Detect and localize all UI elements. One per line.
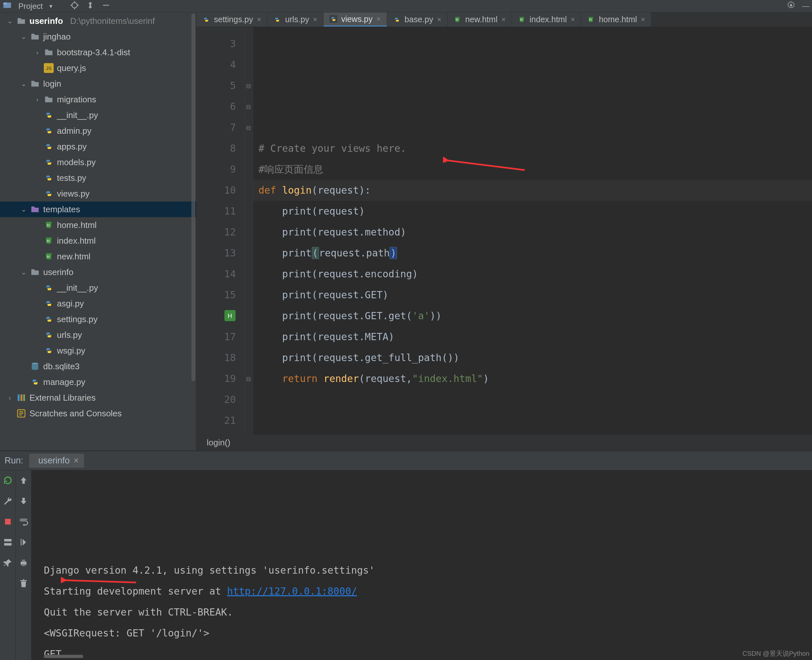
tree-item[interactable]: ·models.py: [0, 154, 196, 170]
chevron-right-icon[interactable]: ›: [34, 96, 41, 103]
chevron-down-icon[interactable]: ⌄: [20, 80, 27, 88]
expand-icon[interactable]: [86, 1, 95, 12]
scroll-end-icon[interactable]: [19, 537, 29, 549]
tree-item-label: urls.py: [57, 330, 82, 340]
tree-item[interactable]: ·db.sqlite3: [0, 359, 196, 374]
tree-item[interactable]: ·Hindex.html: [0, 233, 196, 249]
tree-item[interactable]: ·__init__.py: [0, 280, 196, 296]
rerun-icon[interactable]: [3, 476, 13, 488]
chevron-down-icon[interactable]: ⌄: [20, 205, 27, 213]
softwrap-icon[interactable]: [19, 517, 29, 529]
gear-icon[interactable]: [787, 1, 796, 12]
down-icon[interactable]: [19, 496, 29, 508]
tree-item[interactable]: ·asgi.py: [0, 296, 196, 311]
run-tab[interactable]: dj userinfo ×: [29, 454, 84, 468]
svg-rect-32: [23, 394, 25, 401]
tree-item[interactable]: ⌄userinfoD:\pythonitems\userinf: [0, 13, 196, 29]
editor-tabs: settings.py×urls.py×views.py×base.py×Hne…: [196, 13, 812, 27]
close-icon[interactable]: ×: [257, 15, 261, 24]
svg-rect-35: [273, 16, 281, 24]
tree-item[interactable]: ⌄userinfo: [0, 264, 196, 280]
code-area[interactable]: # Create your views here.#响应页面信息def logi…: [253, 27, 812, 435]
close-icon[interactable]: ×: [313, 15, 317, 24]
server-link[interactable]: http://127.0.0.1:8000/: [227, 585, 357, 597]
console-h-scrollbar[interactable]: [44, 655, 83, 658]
stop-icon[interactable]: [3, 517, 13, 529]
chevron-right-icon[interactable]: ›: [34, 49, 41, 56]
gutter-html-icon[interactable]: H: [224, 310, 235, 324]
tree-item[interactable]: ·Hnew.html: [0, 249, 196, 264]
pin-icon[interactable]: [3, 558, 13, 570]
tree-item[interactable]: ·urls.py: [0, 327, 196, 343]
tree-item[interactable]: ·__init__.py: [0, 107, 196, 123]
close-icon[interactable]: ×: [571, 15, 575, 24]
svg-rect-12: [44, 126, 54, 136]
py-icon: [30, 377, 40, 387]
tree-item[interactable]: ·settings.py: [0, 311, 196, 327]
tree-item[interactable]: ·views.py: [0, 186, 196, 201]
py-icon: [44, 283, 54, 293]
tree-item[interactable]: ⌄templates: [0, 201, 196, 217]
tree-item[interactable]: ·admin.py: [0, 123, 196, 139]
chevron-right-icon[interactable]: ›: [6, 394, 13, 401]
chevron-down-icon[interactable]: ▾: [49, 3, 52, 10]
console-line: Django version 4.2.1, using settings 'us…: [44, 560, 812, 581]
tree-item[interactable]: ›bootstrap-3.4.1-dist: [0, 44, 196, 60]
folder-icon: [30, 32, 40, 41]
layout-icon[interactable]: [3, 537, 13, 549]
fold-toggle-icon[interactable]: ⊟: [246, 82, 252, 88]
print-icon[interactable]: [19, 558, 29, 570]
tree-item[interactable]: ·Hhome.html: [0, 217, 196, 233]
trash-icon[interactable]: [19, 579, 29, 591]
editor-tab[interactable]: base.py×: [387, 13, 448, 27]
collapse-icon[interactable]: [102, 1, 111, 12]
project-label[interactable]: Project: [18, 2, 43, 11]
editor-tab[interactable]: views.py×: [324, 13, 387, 27]
run-console[interactable]: Django version 4.2.1, using settings 'us…: [32, 470, 812, 660]
svg-text:H: H: [47, 254, 50, 259]
close-icon[interactable]: ×: [641, 15, 645, 24]
close-icon[interactable]: ×: [437, 15, 441, 24]
sidebar-scrollbar[interactable]: [191, 13, 195, 451]
tree-item[interactable]: ›migrations: [0, 92, 196, 107]
close-icon[interactable]: ×: [377, 15, 381, 23]
locate-icon[interactable]: [70, 1, 79, 12]
chevron-down-icon[interactable]: ⌄: [20, 268, 27, 276]
tree-item-label: External Libraries: [29, 393, 95, 403]
tree-item[interactable]: ·apps.py: [0, 139, 196, 154]
svg-rect-11: [44, 110, 54, 120]
chevron-down-icon[interactable]: ⌄: [6, 17, 13, 25]
tree-item[interactable]: ·wsgi.py: [0, 343, 196, 359]
code-editor[interactable]: 3456789101112131415161718192021 ⊟⊟⊟⊟ # C…: [196, 27, 812, 435]
close-icon[interactable]: ×: [74, 455, 79, 466]
fold-toggle-icon[interactable]: ⊟: [246, 376, 252, 381]
tree-item-label: home.html: [57, 220, 97, 230]
editor-tab[interactable]: Hnew.html×: [448, 13, 512, 27]
fold-toggle-icon[interactable]: ⊟: [246, 124, 252, 130]
editor-tab[interactable]: settings.py×: [196, 13, 267, 27]
svg-rect-30: [17, 394, 20, 401]
close-icon[interactable]: ×: [502, 15, 506, 24]
editor-breadcrumb[interactable]: login(): [196, 435, 812, 451]
hide-icon[interactable]: —: [802, 2, 809, 11]
chevron-down-icon[interactable]: ⌄: [20, 33, 27, 41]
tree-item[interactable]: ·tests.py: [0, 170, 196, 186]
up-icon[interactable]: [19, 476, 29, 488]
svg-rect-24: [44, 298, 54, 308]
fold-strip[interactable]: ⊟⊟⊟⊟: [245, 27, 253, 435]
wrench-icon[interactable]: [3, 496, 13, 508]
tree-item[interactable]: ›External Libraries: [0, 390, 196, 406]
svg-rect-13: [44, 141, 54, 151]
tree-item[interactable]: ·manage.py: [0, 374, 196, 390]
tree-item[interactable]: ·Scratches and Consoles: [0, 406, 196, 421]
editor-tab[interactable]: urls.py×: [267, 13, 324, 27]
tree-item[interactable]: ⌄login: [0, 76, 196, 92]
tree-item-label: userinfo: [29, 16, 63, 26]
editor-tab[interactable]: Hindex.html×: [512, 13, 582, 27]
editor-tab[interactable]: Hhome.html×: [581, 13, 652, 27]
tree-item[interactable]: ⌄jinghao: [0, 29, 196, 44]
svg-rect-36: [329, 15, 337, 23]
tree-item[interactable]: ·JSquery.js: [0, 60, 196, 76]
fold-toggle-icon[interactable]: ⊟: [246, 103, 252, 109]
svg-rect-31: [21, 394, 22, 401]
